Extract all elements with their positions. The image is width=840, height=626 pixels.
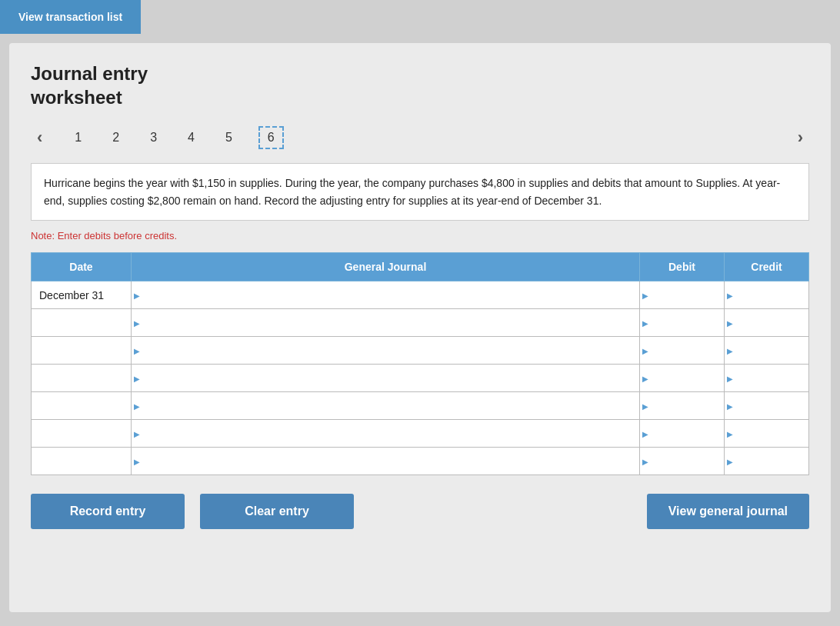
credit-cell-2[interactable] bbox=[725, 309, 809, 337]
date-cell-4 bbox=[32, 365, 132, 392]
journal-cell-5[interactable] bbox=[132, 392, 640, 420]
date-cell-3 bbox=[32, 337, 132, 365]
journal-input-3[interactable] bbox=[132, 337, 639, 364]
top-bar: View transaction list bbox=[0, 0, 141, 34]
table-row bbox=[32, 420, 809, 448]
table-row bbox=[32, 365, 809, 392]
debit-cell-1[interactable] bbox=[640, 281, 725, 309]
page-num-5[interactable]: 5 bbox=[221, 128, 237, 148]
debit-input-4[interactable] bbox=[640, 365, 724, 391]
page-num-6[interactable]: 6 bbox=[258, 126, 284, 149]
credit-cell-3[interactable] bbox=[725, 337, 809, 365]
record-entry-button[interactable]: Record entry bbox=[31, 494, 185, 529]
credit-cell-7[interactable] bbox=[725, 448, 809, 475]
description-box: Hurricane begins the year with $1,150 in… bbox=[31, 163, 809, 221]
date-cell-6 bbox=[32, 420, 132, 448]
date-cell-2 bbox=[32, 309, 132, 337]
credit-cell-5[interactable] bbox=[725, 392, 809, 420]
journal-cell-4[interactable] bbox=[132, 365, 640, 392]
button-row: Record entry Clear entry View general jo… bbox=[31, 494, 809, 529]
view-general-journal-button[interactable]: View general journal bbox=[647, 494, 809, 529]
debit-input-3[interactable] bbox=[640, 337, 724, 364]
view-transaction-list-button[interactable]: View transaction list bbox=[12, 8, 128, 26]
credit-cell-4[interactable] bbox=[725, 365, 809, 392]
page-numbers: 1 2 3 4 5 6 bbox=[70, 126, 283, 149]
journal-input-2[interactable] bbox=[132, 309, 639, 336]
header-debit: Debit bbox=[640, 253, 725, 281]
header-date: Date bbox=[32, 253, 132, 281]
debit-cell-7[interactable] bbox=[640, 448, 725, 475]
credit-input-7[interactable] bbox=[725, 448, 808, 474]
debit-cell-5[interactable] bbox=[640, 392, 725, 420]
page-num-2[interactable]: 2 bbox=[108, 128, 124, 148]
journal-table: Date General Journal Debit Credit Decemb… bbox=[31, 252, 809, 475]
credit-input-1[interactable] bbox=[725, 281, 808, 308]
journal-input-1[interactable] bbox=[132, 281, 639, 308]
debit-input-1[interactable] bbox=[640, 281, 724, 308]
page-num-4[interactable]: 4 bbox=[183, 128, 199, 148]
debit-cell-3[interactable] bbox=[640, 337, 725, 365]
debit-input-5[interactable] bbox=[640, 392, 724, 419]
clear-entry-button[interactable]: Clear entry bbox=[200, 494, 354, 529]
debit-cell-2[interactable] bbox=[640, 309, 725, 337]
debit-cell-6[interactable] bbox=[640, 420, 725, 448]
debit-cell-4[interactable] bbox=[640, 365, 725, 392]
journal-cell-3[interactable] bbox=[132, 337, 640, 365]
journal-input-7[interactable] bbox=[132, 448, 639, 474]
table-row bbox=[32, 392, 809, 420]
nav-next-arrow[interactable]: › bbox=[792, 125, 809, 151]
journal-input-6[interactable] bbox=[132, 420, 639, 447]
credit-input-2[interactable] bbox=[725, 309, 808, 336]
credit-input-4[interactable] bbox=[725, 365, 808, 391]
page-num-1[interactable]: 1 bbox=[70, 128, 86, 148]
nav-prev-arrow[interactable]: ‹ bbox=[31, 125, 48, 151]
main-container: Journal entry worksheet ‹ 1 2 3 4 5 6 › … bbox=[9, 43, 831, 612]
credit-cell-1[interactable] bbox=[725, 281, 809, 309]
credit-input-6[interactable] bbox=[725, 420, 808, 447]
date-cell-7 bbox=[32, 448, 132, 475]
table-row bbox=[32, 337, 809, 365]
journal-input-4[interactable] bbox=[132, 365, 639, 391]
journal-input-5[interactable] bbox=[132, 392, 639, 419]
credit-input-5[interactable] bbox=[725, 392, 808, 419]
journal-cell-6[interactable] bbox=[132, 420, 640, 448]
journal-cell-2[interactable] bbox=[132, 309, 640, 337]
date-cell-1: December 31 bbox=[32, 281, 132, 309]
debit-input-6[interactable] bbox=[640, 420, 724, 447]
nav-row: ‹ 1 2 3 4 5 6 › bbox=[31, 125, 809, 151]
table-header-row: Date General Journal Debit Credit bbox=[32, 253, 809, 281]
worksheet-title: Journal entry worksheet bbox=[31, 62, 809, 109]
table-row: December 31 bbox=[32, 281, 809, 309]
note-text: Note: Enter debits before credits. bbox=[31, 230, 809, 241]
table-row bbox=[32, 448, 809, 475]
date-cell-5 bbox=[32, 392, 132, 420]
credit-cell-6[interactable] bbox=[725, 420, 809, 448]
journal-cell-7[interactable] bbox=[132, 448, 640, 475]
table-row bbox=[32, 309, 809, 337]
header-credit: Credit bbox=[725, 253, 809, 281]
debit-input-7[interactable] bbox=[640, 448, 724, 474]
debit-input-2[interactable] bbox=[640, 309, 724, 336]
page-num-3[interactable]: 3 bbox=[145, 128, 162, 148]
journal-cell-1[interactable] bbox=[132, 281, 640, 309]
header-journal: General Journal bbox=[132, 253, 640, 281]
description-text: Hurricane begins the year with $1,150 in… bbox=[44, 177, 780, 206]
credit-input-3[interactable] bbox=[725, 337, 808, 364]
